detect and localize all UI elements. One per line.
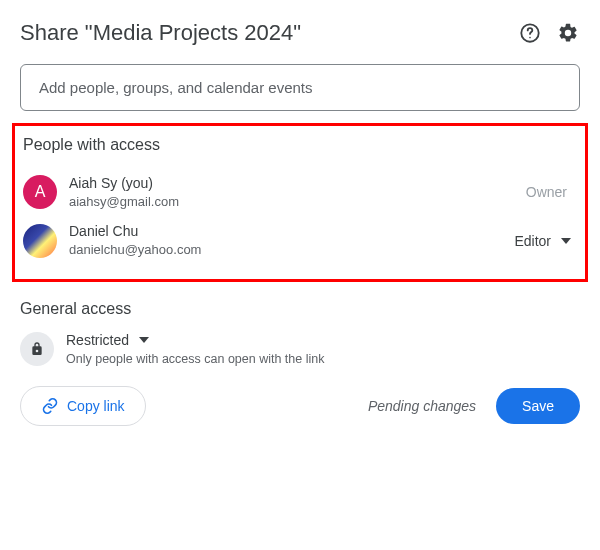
copy-link-label: Copy link (67, 398, 125, 414)
pending-changes-label: Pending changes (368, 398, 476, 414)
avatar (23, 224, 57, 258)
general-access-row: Restricted Only people with access can o… (20, 332, 580, 366)
chevron-down-icon (139, 337, 149, 343)
role-dropdown[interactable]: Editor (514, 233, 577, 249)
chevron-down-icon (561, 238, 571, 244)
gear-icon[interactable] (556, 21, 580, 45)
access-mode-description: Only people with access can open with th… (66, 352, 324, 366)
people-section-title: People with access (23, 136, 577, 154)
person-row-editor: Daniel Chu danielchu@yahoo.com Editor (23, 216, 577, 264)
access-mode-label: Restricted (66, 332, 129, 348)
person-info: Daniel Chu danielchu@yahoo.com (69, 222, 502, 258)
dialog-title: Share "Media Projects 2024" (20, 20, 301, 46)
person-email: aiahsy@gmail.com (69, 193, 514, 211)
person-name: Daniel Chu (69, 222, 502, 241)
header-icons (518, 21, 580, 45)
person-name: Aiah Sy (you) (69, 174, 514, 193)
dialog-footer: Copy link Pending changes Save (20, 386, 580, 426)
add-people-input[interactable] (20, 64, 580, 111)
link-icon (41, 397, 59, 415)
general-access-info: Restricted Only people with access can o… (66, 332, 324, 366)
dialog-header: Share "Media Projects 2024" (20, 20, 580, 46)
help-icon[interactable] (518, 21, 542, 45)
lock-icon (20, 332, 54, 366)
copy-link-button[interactable]: Copy link (20, 386, 146, 426)
person-row-owner: A Aiah Sy (you) aiahsy@gmail.com Owner (23, 168, 577, 216)
person-info: Aiah Sy (you) aiahsy@gmail.com (69, 174, 514, 210)
people-with-access-highlight: People with access A Aiah Sy (you) aiahs… (12, 123, 588, 282)
general-access-section: General access Restricted Only people wi… (20, 300, 580, 366)
footer-right: Pending changes Save (368, 388, 580, 424)
save-button[interactable]: Save (496, 388, 580, 424)
svg-point-1 (529, 37, 531, 39)
role-label: Editor (514, 233, 551, 249)
general-section-title: General access (20, 300, 580, 318)
avatar: A (23, 175, 57, 209)
role-label-owner: Owner (526, 184, 577, 200)
access-mode-dropdown[interactable]: Restricted (66, 332, 324, 348)
person-email: danielchu@yahoo.com (69, 241, 502, 259)
